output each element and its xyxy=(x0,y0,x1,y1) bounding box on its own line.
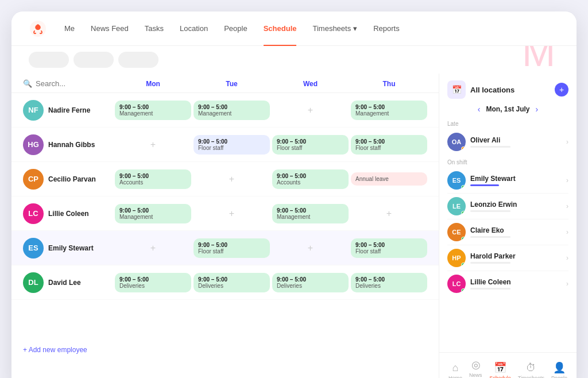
day-cell[interactable]: 9:00 – 5:00 Management xyxy=(351,101,427,120)
shift-block[interactable]: 9:00 – 5:00 Management xyxy=(194,101,270,120)
add-shift-icon[interactable]: + xyxy=(115,140,191,150)
bottom-nav-newsfeed[interactable]: ◎ News Feed xyxy=(466,357,486,378)
bottom-nav-home[interactable]: ⌂ Home xyxy=(445,361,466,379)
list-item[interactable]: OA Oliver Ali › xyxy=(447,129,568,155)
list-item[interactable]: HP Harold Parker › xyxy=(447,245,568,271)
shift-block[interactable]: 9:00 – 5:00 Management xyxy=(115,101,191,120)
day-header-mon: Mon xyxy=(115,80,191,88)
prev-date-button[interactable]: ‹ xyxy=(478,105,481,114)
shift-block[interactable]: 9:00 – 5:00 Deliveries xyxy=(194,273,270,292)
day-cell[interactable]: 9:00 – 5:00 Management xyxy=(115,101,191,120)
shift-block[interactable]: 9:00 – 5:00 Management xyxy=(351,101,427,120)
shift-block[interactable]: 9:00 – 5:00 Accounts xyxy=(272,169,349,189)
avatar: NF xyxy=(23,100,44,121)
nav-item-me[interactable]: Me xyxy=(64,22,75,35)
day-cell[interactable]: 9:00 – 5:00 Floor staff xyxy=(194,238,270,258)
day-cell[interactable]: 9:00 – 5:00 Management xyxy=(194,101,270,120)
shift-block[interactable]: 9:00 – 5:00 Deliveries xyxy=(115,273,191,292)
bottom-nav-timesheets[interactable]: ⏱ Timesheets xyxy=(514,361,548,379)
nav-item-tasks[interactable]: Tasks xyxy=(145,22,164,35)
day-cell[interactable]: 9:00 – 5:00 Management xyxy=(115,204,191,223)
filter-pill-3[interactable] xyxy=(118,52,158,68)
day-cell[interactable]: 9:00 – 5:00 Floor staff xyxy=(194,135,270,155)
person-name-col: Lillie Coleen xyxy=(470,278,511,290)
nav-item-schedule[interactable]: Schedule xyxy=(264,22,297,35)
list-item[interactable]: CE Claire Eko › xyxy=(447,219,568,245)
status-dot xyxy=(461,185,466,190)
late-section: Late OA Oliver Ali › xyxy=(439,118,577,157)
shift-block[interactable]: 9:00 – 5:00 Deliveries xyxy=(272,273,349,292)
day-cell[interactable]: 9:00 – 5:00 Deliveries xyxy=(351,273,427,292)
add-shift-icon[interactable]: + xyxy=(194,174,270,184)
employee-info: NF Nadire Ferne xyxy=(23,100,115,121)
person-left: OA Oliver Ali xyxy=(447,133,510,151)
filter-pill-1[interactable] xyxy=(29,52,69,68)
shift-block[interactable]: 9:00 – 5:00 Floor staff xyxy=(351,238,427,258)
shift-block[interactable]: 9:00 – 5:00 Management xyxy=(272,204,349,223)
day-cell[interactable]: 9:00 – 5:00 Floor staff xyxy=(351,135,427,155)
day-cell-empty[interactable]: + xyxy=(272,101,349,120)
day-cell[interactable]: 9:00 – 5:00 Floor staff xyxy=(351,238,427,258)
table-row: ES Emily Stewart + 9:00 – 5:00 Floor sta… xyxy=(11,231,439,265)
day-cell[interactable]: Annual leave xyxy=(351,169,427,189)
add-shift-icon[interactable]: + xyxy=(272,243,349,253)
add-shift-icon[interactable]: + xyxy=(351,209,427,219)
day-cell-empty[interactable]: + xyxy=(115,135,191,155)
employee-info: CP Cecilio Parvan xyxy=(23,169,115,190)
shift-block[interactable]: 9:00 – 5:00 Floor staff xyxy=(194,135,270,155)
person-status-bar xyxy=(470,236,510,238)
list-item[interactable]: LE Leonzio Erwin › xyxy=(447,194,568,219)
nav-item-newsfeed[interactable]: News Feed xyxy=(91,22,129,35)
employee-info: ES Emily Stewart xyxy=(23,238,115,259)
list-item[interactable]: ES Emily Stewart › xyxy=(447,168,568,194)
person-avatar: CE xyxy=(447,223,466,241)
main-content: 🔍 Mon Tue Wed Thu NF Nadire Ferne xyxy=(11,74,577,378)
bottom-nav-schedule[interactable]: 📅 Schedule xyxy=(486,360,514,378)
day-cell-empty[interactable]: + xyxy=(194,204,270,223)
day-header-tue: Tue xyxy=(194,80,270,88)
bottom-nav-people[interactable]: 👤 People xyxy=(548,360,571,378)
employee-name: Nadire Ferne xyxy=(48,106,90,114)
search-wrapper[interactable]: 🔍 xyxy=(23,79,115,88)
shift-block[interactable]: 9:00 – 5:00 Floor staff xyxy=(194,238,270,258)
day-cell[interactable]: 9:00 – 5:00 Management xyxy=(272,204,349,223)
shift-block-annual-leave[interactable]: Annual leave xyxy=(351,172,427,186)
shift-block[interactable]: 9:00 – 5:00 Floor staff xyxy=(272,135,349,155)
table-row: DL David Lee 9:00 – 5:00 Deliveries xyxy=(11,265,439,300)
add-location-button[interactable]: + xyxy=(555,83,568,97)
employee-name: Hannah Gibbs xyxy=(48,141,95,149)
person-name-col: Claire Eko xyxy=(470,226,510,238)
shift-block[interactable]: 9:00 – 5:00 Deliveries xyxy=(351,273,427,292)
filter-pill-2[interactable] xyxy=(74,52,114,68)
add-employee-button[interactable]: + Add new employee xyxy=(11,340,439,360)
add-shift-icon[interactable]: + xyxy=(194,209,270,219)
day-cell[interactable]: 9:00 – 5:00 Accounts xyxy=(272,169,349,189)
nav-item-location[interactable]: Location xyxy=(180,22,208,35)
day-cell[interactable]: 9:00 – 5:00 Deliveries xyxy=(272,273,349,292)
day-cell[interactable]: 9:00 – 5:00 Floor staff xyxy=(272,135,349,155)
list-item[interactable]: LC Lillie Coleen › xyxy=(447,271,568,296)
next-date-button[interactable]: › xyxy=(536,105,539,114)
table-row: NF Nadire Ferne 9:00 – 5:00 Management xyxy=(11,93,439,128)
employee-name: David Lee xyxy=(48,279,81,287)
nav-item-timesheets[interactable]: Timesheets ▾ xyxy=(312,22,357,35)
add-shift-icon[interactable]: + xyxy=(115,243,191,253)
day-cell-empty[interactable]: + xyxy=(115,238,191,258)
shift-block[interactable]: 9:00 – 5:00 Management xyxy=(115,204,191,223)
timesheets-icon: ⏱ xyxy=(526,362,536,374)
employee-name: Emily Stewart xyxy=(48,244,94,252)
shift-block[interactable]: 9:00 – 5:00 Accounts xyxy=(115,169,191,189)
day-cell[interactable]: 9:00 – 5:00 Deliveries xyxy=(115,273,191,292)
day-headers: Mon Tue Wed Thu xyxy=(115,80,427,88)
person-left: CE Claire Eko xyxy=(447,223,510,241)
nav-item-reports[interactable]: Reports xyxy=(373,22,400,35)
shift-block[interactable]: 9:00 – 5:00 Floor staff xyxy=(351,135,427,155)
add-shift-icon[interactable]: + xyxy=(272,105,349,115)
person-name: Lillie Coleen xyxy=(470,278,511,286)
day-cell-empty[interactable]: + xyxy=(194,169,270,189)
day-cell-empty[interactable]: + xyxy=(351,204,427,223)
day-cell-empty[interactable]: + xyxy=(272,238,349,258)
day-cell[interactable]: 9:00 – 5:00 Accounts xyxy=(115,169,191,189)
day-cell[interactable]: 9:00 – 5:00 Deliveries xyxy=(194,273,270,292)
nav-item-people[interactable]: People xyxy=(224,22,247,35)
